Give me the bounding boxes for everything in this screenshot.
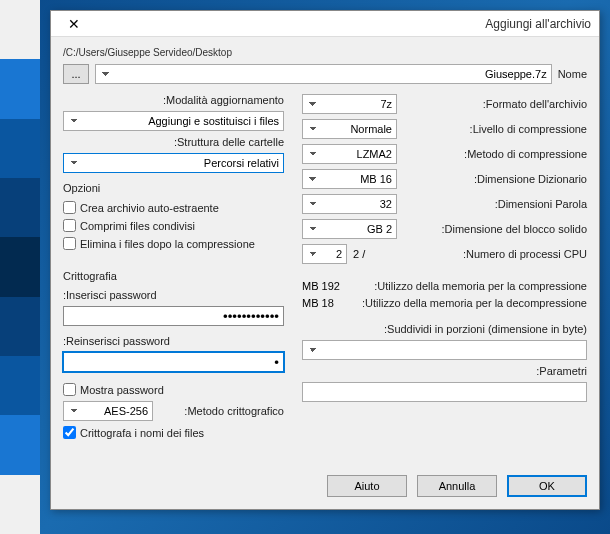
sfx-checkbox[interactable]: [63, 201, 76, 214]
options-title: Opzioni: [63, 182, 284, 194]
update-label: Modalità aggiornamento:: [63, 94, 284, 106]
help-button[interactable]: Aiuto: [327, 475, 407, 497]
encnames-checkbox[interactable]: [63, 426, 76, 439]
name-label: Nome: [558, 68, 587, 80]
pw2-label: Reinserisci password:: [63, 335, 284, 347]
solid-select[interactable]: 2 GB: [302, 219, 397, 239]
encmethod-select[interactable]: AES-256: [63, 401, 153, 421]
dict-select[interactable]: 16 MB: [302, 169, 397, 189]
encnames-label: Crittografa i nomi dei files: [80, 427, 204, 439]
encmethod-label: Metodo crittografico:: [159, 405, 284, 417]
path-label: C:/Users/Giuseppe Servideo/Desktop/: [63, 47, 232, 58]
shared-label: Comprimi files condivisi: [80, 220, 195, 232]
password-confirm-input[interactable]: [63, 352, 284, 372]
delete-label: Elimina i files dopo la compressione: [80, 238, 255, 250]
cpu-total: / 2: [353, 248, 383, 260]
shared-checkbox[interactable]: [63, 219, 76, 232]
word-select[interactable]: 32: [302, 194, 397, 214]
filename-input[interactable]: [95, 64, 552, 84]
browse-button[interactable]: ...: [63, 64, 89, 84]
pw-label: Inserisci password:: [63, 289, 284, 301]
dialog-title: Aggiungi all'archivio: [485, 17, 591, 31]
add-to-archive-dialog: Aggiungi all'archivio ✕ C:/Users/Giusepp…: [50, 10, 600, 510]
delete-checkbox[interactable]: [63, 237, 76, 250]
close-icon[interactable]: ✕: [59, 16, 89, 32]
method-select[interactable]: LZMA2: [302, 144, 397, 164]
mem-comp-label: Utilizzo della memoria per la compressio…: [374, 280, 587, 292]
mem-decomp-value: 18 MB: [302, 297, 362, 309]
cpu-select[interactable]: 2: [302, 244, 347, 264]
method-label: Metodo di compressione:: [403, 148, 587, 160]
split-select[interactable]: [302, 340, 587, 360]
pathmode-select[interactable]: Percorsi relativi: [63, 153, 284, 173]
mem-decomp-label: Utilizzo della memoria per la decompress…: [362, 297, 587, 309]
format-select[interactable]: 7z: [302, 94, 397, 114]
cpu-label: Numero di processi CPU:: [389, 248, 587, 260]
level-select[interactable]: Normale: [302, 119, 397, 139]
level-label: Livello di compressione:: [403, 123, 587, 135]
dict-label: Dimensione Dizionario:: [403, 173, 587, 185]
word-label: Dimensioni Parola:: [403, 198, 587, 210]
ok-button[interactable]: OK: [507, 475, 587, 497]
crypto-title: Crittografia: [63, 270, 284, 282]
showpw-checkbox[interactable]: [63, 383, 76, 396]
showpw-label: Mostra password: [80, 384, 164, 396]
password-input[interactable]: [63, 306, 284, 326]
sfx-label: Crea archivio auto-estraente: [80, 202, 219, 214]
params-label: Parametri:: [302, 365, 587, 377]
cancel-button[interactable]: Annulla: [417, 475, 497, 497]
titlebar: Aggiungi all'archivio ✕: [51, 11, 599, 37]
params-input[interactable]: [302, 382, 587, 402]
solid-label: Dimensione del blocco solido:: [403, 223, 587, 235]
split-label: Suddividi in porzioni (dimensione in byt…: [302, 323, 587, 335]
format-label: Formato dell'archivio:: [403, 98, 587, 110]
update-select[interactable]: Aggiungi e sostituisci i files: [63, 111, 284, 131]
pathmode-label: Struttura delle cartelle:: [63, 136, 284, 148]
mem-comp-value: 192 MB: [302, 280, 362, 292]
